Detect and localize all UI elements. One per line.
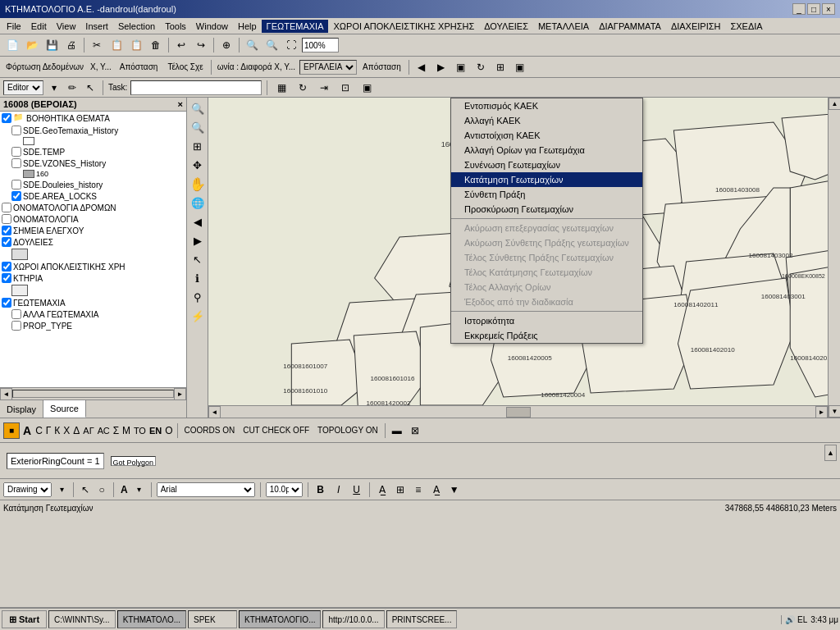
list-item[interactable]: ΔΟΥΛΕΙΕΣ — [0, 236, 186, 248]
maximize-button[interactable]: □ — [807, 3, 820, 15]
tab-source[interactable]: Source — [43, 400, 86, 418]
layer-checkbox[interactable] — [2, 214, 11, 224]
globe-tool[interactable]: 🌐 — [189, 194, 207, 212]
layer-checkbox[interactable] — [11, 158, 21, 168]
sym-AS[interactable]: АС — [98, 426, 110, 436]
back-arrow-tool[interactable]: ◀ — [189, 212, 207, 231]
drawing-circle[interactable]: ○ — [95, 482, 108, 497]
taskbar-item-ktima2[interactable]: ΚΤΗΜΑΤΟΛΟΓΙΟ... — [239, 610, 321, 628]
menu-proskyrosi[interactable]: Προσκύρωση Γεωτεμαχίων — [451, 202, 642, 217]
italic-button[interactable]: I — [331, 482, 346, 497]
edit-btn5[interactable]: ▣ — [358, 79, 376, 97]
fixed-zoom-tool[interactable]: ⊞ — [189, 137, 207, 155]
taskbar-item-http[interactable]: http://10.0.0... — [322, 610, 384, 628]
map-scroll-down[interactable]: ▼ — [829, 405, 840, 418]
print-button[interactable]: 🖨 — [62, 36, 80, 54]
sym-M[interactable]: М — [122, 425, 130, 436]
list-item[interactable]: ΑΛΛΑ ΓΕΩΤΕΜΑΧΙΑ — [0, 308, 186, 320]
list-item[interactable]: SDE.Douleies_history — [0, 179, 186, 190]
sym-AG[interactable]: АГ — [83, 426, 94, 436]
layer-checkbox[interactable] — [11, 180, 21, 189]
scroll-right-btn[interactable]: ► — [174, 388, 186, 400]
menu-insert[interactable]: Insert — [80, 20, 113, 33]
menu-file[interactable]: File — [2, 20, 26, 33]
undo-button[interactable]: ↩ — [172, 36, 190, 54]
list-item[interactable]: SDE.GeoTemaxia_History — [0, 125, 186, 136]
map-scrollbar-v[interactable]: ▲ ▼ — [828, 98, 840, 418]
layer-checkbox[interactable] — [2, 273, 11, 283]
paste-button[interactable]: 📋 — [127, 36, 145, 54]
pan-tool[interactable]: ✋ — [189, 175, 207, 193]
list-item[interactable]: ΧΩΡΟΙ ΑΠΟΚΛΕΙΣΤΙΚΗΣ ΧΡΗ — [0, 261, 186, 272]
bold-button[interactable]: B — [313, 482, 328, 497]
edit-btn4[interactable]: ⊡ — [336, 79, 354, 97]
font-color-btn[interactable]: А̲ — [375, 482, 390, 497]
box-select[interactable]: ▣ — [452, 58, 470, 76]
sym-A[interactable]: А — [23, 424, 31, 437]
map-scroll-right[interactable]: ► — [815, 406, 828, 418]
output-scroll-up[interactable]: ▲ — [824, 445, 837, 461]
menu-istorikotita[interactable]: Ιστορικότητα — [451, 313, 642, 328]
copy-button[interactable]: 📋 — [107, 36, 126, 54]
fwd-arrow-tool[interactable]: ▶ — [189, 231, 207, 249]
editor-arrow[interactable]: ▾ — [47, 80, 62, 95]
menu-edit[interactable]: Edit — [26, 20, 52, 33]
nav-back[interactable]: ◀ — [413, 58, 431, 76]
menu-allagi-orion[interactable]: Αλλαγή Ορίων για Γεωτεμάχια — [451, 143, 642, 158]
menu-tools[interactable]: Tools — [160, 20, 191, 33]
map-canvas[interactable]: 160 160081402008 160081403008 1600814020… — [208, 98, 840, 418]
zoom-in-button[interactable]: 🔍 — [243, 36, 261, 54]
font-size-dropdown[interactable]: 10.0p — [266, 482, 303, 497]
map-scroll-left[interactable]: ◄ — [208, 406, 221, 418]
sym-X[interactable]: Х — [63, 425, 70, 436]
taskbar-item-print[interactable]: PRINTSCREE... — [386, 610, 458, 628]
list-item[interactable]: 160 — [0, 169, 186, 179]
layer-checkbox[interactable] — [2, 262, 11, 272]
menu-geotemachia[interactable]: ΓΕΩΤΕΜΑΧΙΑ — [262, 20, 329, 33]
layer-checkbox[interactable] — [11, 191, 21, 201]
layer-checkbox[interactable] — [11, 321, 21, 331]
taskbar-item-ktima1[interactable]: ΚΤΗΜΑΤΟΛΟ... — [117, 610, 186, 628]
menu-selection[interactable]: Selection — [113, 20, 160, 33]
list-item[interactable]: ΣΗΜΕΙΑ ΕΛΕΓΧΟΥ — [0, 225, 186, 236]
delete-button[interactable]: 🗑 — [147, 36, 165, 54]
edit-btn3[interactable]: ⇥ — [315, 79, 333, 97]
text-format-btn3[interactable]: Α̲ — [429, 482, 444, 497]
redo-button[interactable]: ↪ — [192, 36, 210, 54]
zoom-out-tool[interactable]: 🔍 — [189, 118, 207, 136]
open-button[interactable]: 📂 — [23, 36, 41, 54]
underline-button[interactable]: U — [349, 482, 364, 497]
start-button[interactable]: ⊞ Start — [2, 610, 47, 628]
cut-button[interactable]: ✂ — [88, 36, 106, 54]
sym-EN[interactable]: ЕN — [149, 426, 162, 436]
sym-sigma[interactable]: Σ — [113, 425, 119, 436]
menu-allagi-kaek[interactable]: Αλλαγή ΚΑΕΚ — [451, 113, 642, 128]
list-item[interactable]: SDE.VZONES_History — [0, 158, 186, 169]
task-input[interactable]: Cut Polygon Features — [130, 80, 262, 95]
layer-checkbox[interactable] — [11, 309, 21, 319]
identify[interactable]: ⊞ — [491, 58, 509, 76]
editor-pencil[interactable]: ✏ — [65, 80, 80, 95]
nav-fwd[interactable]: ▶ — [432, 58, 450, 76]
list-item[interactable]: ΓΕΩΤΕΜΑΧΙΑ — [0, 297, 186, 308]
drawing-arrow[interactable]: ▾ — [55, 482, 68, 497]
menu-xwroi[interactable]: ΧΩΡΟΙ ΑΠΟΚΛΕΙΣΤΙΚΗΣ ΧΡΗΣΗΣ — [328, 20, 479, 33]
menu-help[interactable]: Help — [233, 20, 262, 33]
editor-cursor[interactable]: ↖ — [83, 80, 98, 95]
menu-entopismos[interactable]: Εντοπισμός ΚΑΕΚ — [451, 98, 642, 113]
menu-ekkremeis[interactable]: Εκκρεμείς Πράξεις — [451, 328, 642, 343]
sym-C[interactable]: С — [35, 425, 43, 436]
layer-checkbox[interactable] — [11, 147, 21, 157]
drawing-dropdown[interactable]: Drawing — [3, 482, 52, 497]
taskbar-item-spek[interactable]: SPEK — [188, 610, 237, 628]
map-scrollbar-h[interactable]: ◄ ► — [208, 405, 828, 418]
list-item[interactable]: 📁 ΒΟΗΘΗΤΙΚΑ ΘΕΜΑΤΑ — [0, 112, 186, 125]
measure-tool[interactable]: ⚲ — [189, 288, 207, 306]
menu-view[interactable]: View — [52, 20, 81, 33]
scroll-h-thumb[interactable] — [506, 407, 531, 418]
list-item[interactable] — [0, 248, 186, 261]
panel-close-button[interactable]: × — [178, 99, 183, 109]
sym-btn2[interactable]: ⊠ — [407, 422, 423, 439]
select-tool[interactable]: ↖ — [189, 250, 207, 268]
sym-TO[interactable]: ТО — [134, 426, 146, 436]
